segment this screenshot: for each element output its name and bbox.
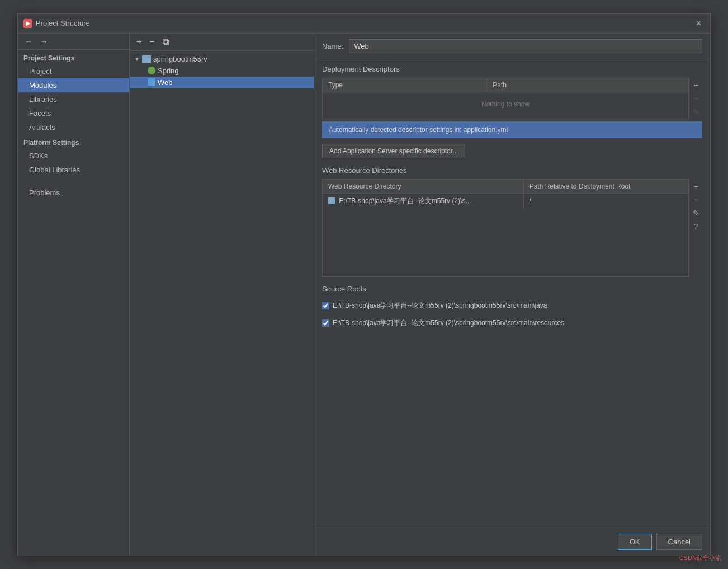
source-root-path-0: E:\TB-shop\java学习平台--论文m55rv (2)\springb… — [333, 301, 547, 311]
sidebar-item-project[interactable]: Project — [18, 64, 129, 78]
webres-path-cell: / — [524, 194, 688, 209]
sidebar-item-facets[interactable]: Facets — [18, 106, 129, 120]
source-root-path-1: E:\TB-shop\java学习平台--论文m55rv (2)\springb… — [333, 318, 564, 328]
deployment-empty-label: Nothing to show — [323, 92, 688, 116]
root-node-label: springbootm55rv — [153, 55, 207, 63]
project-structure-dialog: ▶ Project Structure × ← → Project Settin… — [17, 13, 711, 556]
tree-node-spring[interactable]: Spring — [130, 65, 314, 77]
ok-button[interactable]: OK — [618, 534, 652, 550]
source-roots-label: Source Roots — [322, 285, 702, 293]
detail-panel: Deployment Descriptors Type Path Nothing… — [314, 59, 710, 528]
webres-help-btn[interactable]: ? — [690, 220, 702, 233]
sidebar-item-problems[interactable]: Problems — [18, 186, 129, 200]
add-descriptor-button[interactable]: Add Application Server specific descript… — [322, 144, 465, 158]
sidebar-item-modules[interactable]: Modules — [18, 78, 129, 92]
deployment-descriptors-section: Deployment Descriptors Type Path Nothing… — [322, 65, 702, 158]
webres-dir-value: E:\TB-shop\java学习平台--论文m55rv (2)\s... — [339, 197, 471, 205]
webres-table-row[interactable]: E:\TB-shop\java学习平台--论文m55rv (2)\s... / — [323, 194, 688, 209]
webres-add-btn[interactable]: + — [690, 180, 702, 192]
tree-remove-button[interactable]: − — [147, 36, 157, 48]
spring-node-label: Spring — [158, 67, 179, 75]
name-input[interactable] — [349, 39, 702, 53]
deployment-remove-btn[interactable]: − — [690, 92, 702, 105]
platform-settings-section: Platform Settings — [18, 134, 129, 149]
webres-path-header: Path Relative to Deployment Root — [524, 180, 688, 193]
webres-table-header: Web Resource Directory Path Relative to … — [323, 180, 688, 194]
name-label: Name: — [322, 42, 343, 50]
project-settings-section: Project Settings — [18, 50, 129, 64]
dir-folder-icon — [328, 197, 335, 204]
source-root-row-0: E:\TB-shop\java学习平台--论文m55rv (2)\springb… — [322, 299, 702, 313]
spring-icon — [148, 67, 155, 74]
forward-button[interactable]: → — [38, 36, 50, 47]
tree-copy-button[interactable]: ⧉ — [160, 36, 171, 48]
webres-dir-cell: E:\TB-shop\java学习平台--论文m55rv (2)\s... — [323, 194, 524, 209]
deployment-descriptors-label: Deployment Descriptors — [322, 65, 702, 73]
title-bar: ▶ Project Structure × — [18, 14, 710, 34]
auto-detected-banner: Automatically detected descriptor settin… — [322, 121, 702, 138]
source-root-checkbox-1[interactable] — [322, 319, 329, 327]
nav-toolbar: ← → — [18, 34, 129, 50]
module-tree: + − ⧉ ▼ springbootm55rv Spring Web — [130, 34, 314, 556]
sidebar-item-sdks[interactable]: SDKs — [18, 149, 129, 163]
web-resource-section: Web Resource Directories Web Resource Di… — [322, 166, 702, 277]
collapse-icon: ▼ — [134, 56, 140, 62]
web-resource-dirs-label: Web Resource Directories — [322, 166, 702, 175]
deployment-table-header: Type Path — [323, 78, 688, 92]
name-row: Name: — [314, 34, 710, 59]
folder-icon — [142, 55, 151, 63]
sidebar-item-libraries[interactable]: Libraries — [18, 92, 129, 106]
tree-content: ▼ springbootm55rv Spring Web — [130, 51, 314, 556]
webres-remove-btn[interactable]: − — [690, 194, 702, 206]
webres-edit-btn[interactable]: ✎ — [690, 207, 702, 219]
tree-toolbar: + − ⧉ — [130, 34, 314, 51]
main-panel: Name: Deployment Descriptors Type Path — [314, 34, 710, 556]
source-root-checkbox-0[interactable] — [322, 302, 329, 309]
title-bar-left: ▶ Project Structure — [23, 19, 90, 28]
back-button[interactable]: ← — [22, 36, 35, 47]
deployment-add-btn[interactable]: + — [690, 79, 702, 91]
deployment-side-toolbar: + − ✎ — [689, 78, 702, 119]
web-icon — [148, 78, 155, 86]
cancel-button[interactable]: Cancel — [656, 534, 702, 550]
tree-add-button[interactable]: + — [134, 36, 144, 48]
bottom-bar: OK Cancel — [314, 528, 710, 556]
dialog-title: Project Structure — [36, 19, 90, 27]
tree-node-root[interactable]: ▼ springbootm55rv — [130, 53, 314, 65]
webres-side-toolbar: + − ✎ ? — [689, 179, 702, 277]
web-node-label: Web — [158, 78, 173, 87]
deployment-type-header: Type — [323, 78, 487, 92]
content-area: ← → Project Settings Project Modules Lib… — [18, 34, 710, 556]
tree-node-web[interactable]: Web — [130, 77, 314, 88]
close-button[interactable]: × — [693, 17, 705, 30]
deployment-path-header: Path — [487, 78, 688, 92]
sidebar-item-artifacts[interactable]: Artifacts — [18, 120, 129, 134]
sidebar-item-global-libraries[interactable]: Global Libraries — [18, 163, 129, 177]
source-root-row-1: E:\TB-shop\java学习平台--论文m55rv (2)\springb… — [322, 316, 702, 330]
watermark: CSDN@宁小流 — [679, 554, 721, 562]
deployment-edit-btn[interactable]: ✎ — [690, 106, 702, 118]
webres-dir-header: Web Resource Directory — [323, 180, 524, 193]
sidebar: ← → Project Settings Project Modules Lib… — [18, 34, 130, 556]
app-icon: ▶ — [23, 19, 32, 28]
source-roots-section: Source Roots E:\TB-shop\java学习平台--论文m55r… — [322, 285, 702, 330]
